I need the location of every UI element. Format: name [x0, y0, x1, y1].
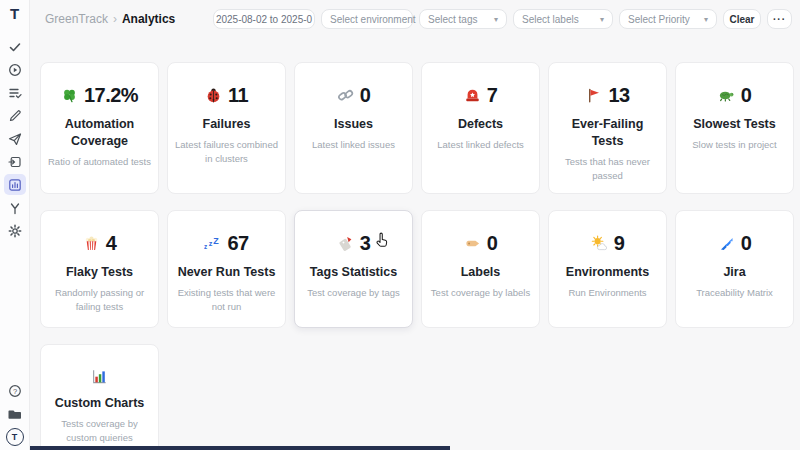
- card-title: Issues: [302, 116, 405, 133]
- breadcrumb-page-title: Analytics: [122, 12, 175, 26]
- filter-bar: 2025-08-02 to 2025-0 Select environment …: [213, 9, 792, 29]
- chevron-down-icon: ▾: [494, 15, 498, 24]
- card-title: Flaky Tests: [48, 264, 151, 281]
- profile-avatar[interactable]: T: [6, 428, 24, 446]
- card-value: 9: [614, 232, 625, 255]
- labels-placeholder: Select labels: [522, 14, 579, 25]
- card-value: 13: [608, 84, 629, 107]
- card-title: Labels: [429, 264, 532, 281]
- environment-placeholder: Select environment: [330, 14, 416, 25]
- analytics-card-grid: 17.2% Automation Coverage Ratio of autom…: [40, 62, 794, 450]
- settings-gear-icon[interactable]: [4, 220, 26, 241]
- more-options-button[interactable]: ···: [767, 9, 792, 29]
- tags-select[interactable]: Select tags ▾: [419, 9, 507, 29]
- tests-check-icon[interactable]: [4, 36, 26, 57]
- beacon-icon: [464, 87, 481, 104]
- card-title: Failures: [175, 116, 278, 133]
- clover-icon: [61, 87, 78, 104]
- clear-button[interactable]: Clear: [723, 9, 761, 29]
- tag-icon: [337, 235, 354, 252]
- analytics-chart-icon[interactable]: [4, 174, 26, 195]
- sidebar: T ? T: [0, 0, 30, 450]
- card-title: Automation Coverage: [48, 116, 151, 150]
- breadcrumb: GreenTrack › Analytics: [45, 12, 175, 26]
- card-description: Latest linked issues: [302, 138, 405, 152]
- card-description: Randomly passing or failing tests: [48, 286, 151, 315]
- card-description: Latest linked defects: [429, 138, 532, 152]
- chevron-down-icon: ▾: [704, 15, 708, 24]
- card-description: Latest failures combined in clusters: [175, 138, 278, 167]
- card-defects[interactable]: 7 Defects Latest linked defects: [421, 62, 540, 194]
- card-value: 0: [360, 84, 371, 107]
- sun-cloud-icon: [591, 235, 608, 252]
- header: GreenTrack › Analytics 2025-08-02 to 202…: [30, 0, 800, 32]
- card-description: Test coverage by tags: [302, 286, 405, 300]
- card-value: 0: [487, 232, 498, 255]
- priority-select[interactable]: Select Priority ▾: [619, 9, 717, 29]
- date-range-button[interactable]: 2025-08-02 to 2025-0: [213, 9, 315, 29]
- launches-plane-icon[interactable]: [4, 128, 26, 149]
- card-value: 67: [227, 232, 248, 255]
- card-slowest-tests[interactable]: 0 Slowest Tests Slow tests in project: [675, 62, 794, 194]
- labels-select[interactable]: Select labels ▾: [513, 9, 613, 29]
- label-icon: [464, 235, 481, 252]
- tags-placeholder: Select tags: [428, 14, 477, 25]
- chevron-down-icon: ▾: [600, 15, 604, 24]
- card-value: 0: [741, 232, 752, 255]
- date-range-value: 2025-08-02 to 2025-0: [216, 14, 312, 25]
- jira-icon: [718, 235, 735, 252]
- card-description: Test coverage by labels: [429, 286, 532, 300]
- card-ever-failing-tests[interactable]: 13 Ever-Failing Tests Tests that has nev…: [548, 62, 667, 194]
- card-description: Ratio of automated tests: [48, 155, 151, 169]
- card-issues[interactable]: 0 Issues Latest linked issues: [294, 62, 413, 194]
- link-icon: [337, 87, 354, 104]
- card-custom-charts[interactable]: Custom Charts Tests coverage by custom q…: [40, 344, 159, 450]
- card-title: Slowest Tests: [683, 116, 786, 133]
- environment-select[interactable]: Select environment ▾: [321, 9, 413, 29]
- card-flaky-tests[interactable]: 4 Flaky Tests Randomly passing or failin…: [40, 210, 159, 328]
- card-title: Jira: [683, 264, 786, 281]
- progress-bar: [30, 446, 450, 450]
- card-value: 3: [360, 232, 371, 255]
- card-value: 0: [741, 84, 752, 107]
- card-jira[interactable]: 0 Jira Traceability Matrix: [675, 210, 794, 328]
- card-automation-coverage[interactable]: 17.2% Automation Coverage Ratio of autom…: [40, 62, 159, 194]
- turtle-icon: [718, 87, 735, 104]
- svg-text:z: z: [209, 239, 213, 248]
- card-description: Existing tests that were not run: [175, 286, 278, 315]
- bar-chart-icon: [91, 368, 108, 385]
- card-tags-statistics[interactable]: 3 Tags Statistics Test coverage by tags: [294, 210, 413, 328]
- import-box-icon[interactable]: [4, 151, 26, 172]
- breadcrumb-project[interactable]: GreenTrack: [45, 12, 108, 26]
- card-value: 11: [228, 84, 248, 107]
- card-description: Slow tests in project: [683, 138, 786, 152]
- branches-icon[interactable]: [4, 197, 26, 218]
- projects-folder-icon[interactable]: [4, 403, 26, 424]
- card-environments[interactable]: 9 Environments Run Environments: [548, 210, 667, 328]
- priority-placeholder: Select Priority: [628, 14, 690, 25]
- runs-play-icon[interactable]: [4, 59, 26, 80]
- card-description: Traceability Matrix: [683, 286, 786, 300]
- plans-list-icon[interactable]: [4, 82, 26, 103]
- card-never-run-tests[interactable]: zzZ 67 Never Run Tests Existing tests th…: [167, 210, 286, 328]
- card-title: Never Run Tests: [175, 264, 278, 281]
- card-value: 4: [106, 232, 117, 255]
- editor-pencil-icon[interactable]: [4, 105, 26, 126]
- app-logo[interactable]: T: [10, 5, 19, 22]
- card-value: 17.2%: [84, 84, 138, 107]
- card-description: Tests that has never passed: [556, 155, 659, 184]
- card-value: 7: [487, 84, 498, 107]
- svg-text:?: ?: [12, 386, 16, 395]
- popcorn-icon: [83, 235, 100, 252]
- card-title: Defects: [429, 116, 532, 133]
- help-icon[interactable]: ?: [4, 380, 26, 401]
- card-title: Ever-Failing Tests: [556, 116, 659, 150]
- svg-text:Z: Z: [214, 236, 220, 246]
- card-failures[interactable]: 11 Failures Latest failures combined in …: [167, 62, 286, 194]
- ladybug-icon: [205, 87, 222, 104]
- zzz-icon: zzZ: [204, 235, 221, 252]
- breadcrumb-separator: ›: [113, 12, 117, 26]
- card-description: Tests coverage by custom quieries: [48, 417, 151, 446]
- card-title: Environments: [556, 264, 659, 281]
- card-labels[interactable]: 0 Labels Test coverage by labels: [421, 210, 540, 328]
